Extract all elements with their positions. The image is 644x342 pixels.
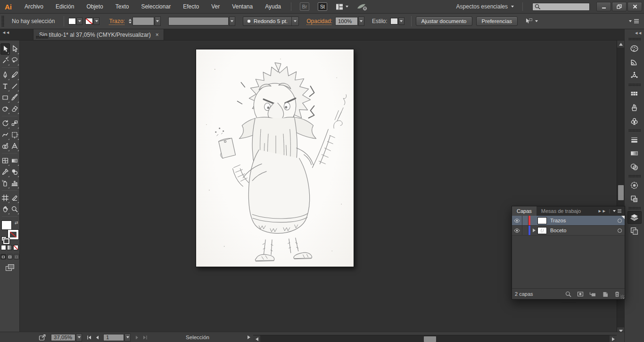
layers-panel-panel-button[interactable]: [627, 211, 642, 224]
layer-expand-toggle[interactable]: [530, 228, 537, 232]
artboards-panel-panel-button[interactable]: [627, 225, 642, 237]
draw-inside-button[interactable]: [14, 254, 19, 260]
bridge-button[interactable]: Br: [300, 2, 309, 11]
brush-dropdown[interactable]: [291, 17, 298, 25]
workspace-switcher[interactable]: Aspectos esenciales: [452, 3, 519, 10]
vertical-scroll-thumb[interactable]: [618, 185, 624, 200]
minimize-button[interactable]: [596, 2, 611, 11]
horizontal-scroll-thumb[interactable]: [424, 336, 436, 342]
stroke-proxy-swatch[interactable]: [8, 230, 18, 239]
blob-brush-tool[interactable]: [0, 103, 10, 114]
stroke-panel-button[interactable]: [627, 133, 642, 146]
pen-tool[interactable]: [0, 69, 10, 81]
zoom-tool[interactable]: [10, 204, 19, 215]
stock-button[interactable]: St: [318, 2, 327, 11]
fill-stroke-control[interactable]: ⇄: [1, 220, 18, 241]
draw-normal-button[interactable]: [0, 254, 6, 260]
first-artboard-button[interactable]: [87, 335, 92, 340]
controlbar-grip[interactable]: [1, 16, 4, 27]
zoom-level-field[interactable]: 37,05%: [51, 334, 75, 341]
scale-tool[interactable]: [10, 118, 19, 129]
free-transform-tool[interactable]: [10, 129, 19, 140]
layer-visibility-toggle[interactable]: [512, 216, 522, 225]
opacity-field[interactable]: 100%: [335, 17, 358, 25]
fill-swatch[interactable]: [68, 18, 76, 24]
menu-ver[interactable]: Ver: [205, 0, 226, 14]
default-fill-stroke-icon[interactable]: [1, 236, 7, 241]
preferences-button[interactable]: Preferencias: [476, 16, 518, 26]
stroke-weight-label[interactable]: Trazo:: [109, 18, 125, 24]
artboard-tool[interactable]: [0, 192, 10, 204]
style-swatch[interactable]: [390, 18, 398, 24]
make-clipping-mask-button[interactable]: [576, 290, 585, 298]
tab-close-icon[interactable]: ×: [156, 32, 159, 38]
mesh-tool[interactable]: [0, 155, 10, 166]
tools-panel-collapse-button[interactable]: ◄◄: [0, 29, 20, 40]
stroke-weight-dropdown[interactable]: [155, 16, 161, 26]
opacity-label[interactable]: Opacidad:: [306, 18, 332, 24]
style-dropdown[interactable]: [398, 17, 405, 25]
eraser-tool[interactable]: [10, 103, 19, 114]
gradient-panel-panel-button[interactable]: [627, 147, 642, 160]
layer-lock-toggle[interactable]: [522, 226, 528, 235]
rotate-tool[interactable]: [0, 118, 10, 129]
brushes-panel-button[interactable]: [627, 101, 642, 114]
locate-object-button[interactable]: [563, 290, 573, 298]
fill-dropdown[interactable]: [76, 17, 83, 25]
brush-definition-combo[interactable]: Redondo 5 pt.: [243, 16, 299, 26]
swatches-panel-button[interactable]: [627, 88, 642, 100]
fit-document-button[interactable]: Ajustar documento: [416, 16, 472, 26]
screen-mode-button[interactable]: [6, 264, 14, 271]
new-layer-button[interactable]: [600, 290, 610, 298]
lasso-tool[interactable]: [10, 55, 19, 66]
color-button[interactable]: [1, 245, 6, 250]
layer-lock-toggle[interactable]: [522, 216, 528, 225]
menu-seleccionar[interactable]: Seleccionar: [135, 0, 177, 14]
layer-row-trazos[interactable]: Trazos: [512, 216, 625, 226]
horizontal-scrollbar[interactable]: [253, 335, 617, 342]
blend-tool[interactable]: [10, 166, 19, 178]
stroke-weight-stepper[interactable]: [129, 19, 132, 24]
stroke-weight-field[interactable]: [132, 17, 154, 25]
color-panel-button[interactable]: [627, 42, 642, 55]
fill-proxy-swatch[interactable]: [1, 220, 12, 230]
type-tool[interactable]: [0, 81, 10, 92]
panel-menu-button[interactable]: [613, 209, 622, 213]
panel-resize-grip[interactable]: [620, 295, 624, 299]
new-sublayer-button[interactable]: [588, 290, 597, 298]
stroke-dropdown[interactable]: [93, 17, 99, 25]
close-button[interactable]: [627, 2, 642, 11]
search-box[interactable]: [532, 3, 590, 11]
swap-fill-stroke-icon[interactable]: ⇄: [15, 220, 18, 225]
layer-row-boceto[interactable]: Boceto: [512, 226, 625, 236]
tab-mesas-de-trabajo[interactable]: Mesas de trabajo: [537, 206, 586, 216]
previous-artboard-button[interactable]: [95, 335, 100, 340]
kuler-panel-button[interactable]: [627, 69, 642, 82]
none-button[interactable]: [13, 245, 18, 250]
menu-texto[interactable]: Texto: [109, 0, 135, 14]
magic-wand-tool[interactable]: [0, 55, 10, 66]
layer-target-button[interactable]: [614, 228, 625, 233]
paintbrush-tool[interactable]: [10, 92, 19, 103]
width-tool[interactable]: [0, 129, 10, 140]
menu-efecto[interactable]: Efecto: [177, 0, 205, 14]
artboard-dropdown[interactable]: [124, 334, 131, 342]
width-profile-field[interactable]: [168, 17, 229, 25]
eyedropper-tool[interactable]: [0, 166, 10, 178]
menu-objeto[interactable]: Objeto: [80, 0, 109, 14]
layer-name-label[interactable]: Trazos: [550, 218, 614, 223]
menu-archivo[interactable]: Archivo: [18, 0, 50, 14]
document-tab[interactable]: Sin título-1* al 37,05% (CMYK/Previsuali…: [33, 29, 164, 40]
status-bar-menu-button[interactable]: [248, 335, 250, 339]
slice-tool[interactable]: [10, 192, 19, 204]
gradient-tool[interactable]: [10, 155, 19, 166]
opacity-dropdown[interactable]: [358, 16, 364, 26]
symbols-panel-button[interactable]: [627, 115, 642, 128]
line-segment-tool[interactable]: [10, 81, 19, 92]
panel-bottom-grip[interactable]: [561, 301, 576, 303]
cs-live-button[interactable]: [357, 3, 367, 11]
layer-visibility-toggle[interactable]: [512, 226, 522, 235]
stroke-swatch[interactable]: [85, 18, 93, 24]
artboard-number-field[interactable]: 1: [103, 334, 124, 341]
direct-selection-tool[interactable]: [10, 43, 19, 55]
